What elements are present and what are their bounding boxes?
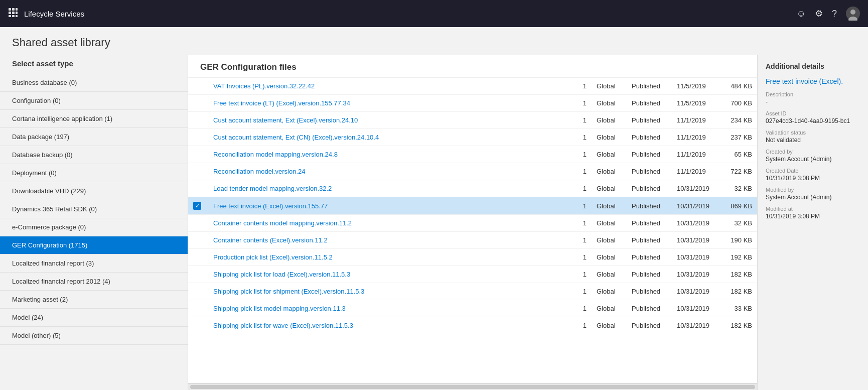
row-name[interactable]: Load tender model mapping.version.32.2 — [206, 180, 576, 197]
row-name[interactable]: Free text invoice (Excel).version.155.77 — [206, 197, 576, 215]
asset-list-item-0[interactable]: Business database (0) — [0, 74, 188, 92]
row-date: 10/31/2019 — [672, 300, 717, 317]
table-row[interactable]: Shipping pick list model mapping.version… — [188, 300, 757, 317]
table-row[interactable]: Load tender model mapping.version.32.21G… — [188, 180, 757, 197]
row-scope: Global — [592, 180, 627, 197]
row-check[interactable] — [188, 300, 206, 317]
bottom-scrollbar[interactable] — [188, 383, 757, 390]
row-name[interactable]: Shipping pick list for load (Excel).vers… — [206, 266, 576, 283]
row-check[interactable] — [188, 78, 206, 95]
asset-list-item-14[interactable]: Model (other) (5) — [0, 327, 188, 345]
center-panel: GER Configuration files VAT Invoices (PL… — [188, 55, 758, 390]
row-check[interactable] — [188, 215, 206, 232]
table-row[interactable]: Reconciliation model mapping.version.24.… — [188, 146, 757, 163]
row-check[interactable] — [188, 112, 206, 129]
table-row[interactable]: Shipping pick list for wave (Excel).vers… — [188, 317, 757, 334]
asset-list-item-10[interactable]: Localized financial report (3) — [0, 254, 188, 273]
row-version: 1 — [576, 266, 592, 283]
row-check[interactable] — [188, 95, 206, 112]
row-name[interactable]: Reconciliation model mapping.version.24.… — [206, 146, 576, 163]
row-version: 1 — [576, 232, 592, 249]
svg-point-10 — [850, 10, 855, 15]
row-check[interactable] — [188, 232, 206, 249]
row-version: 1 — [576, 163, 592, 180]
table-row[interactable]: Free text invoice (LT) (Excel).version.1… — [188, 95, 757, 112]
row-date: 11/1/2019 — [672, 163, 717, 180]
row-name[interactable]: Reconciliation model.version.24 — [206, 163, 576, 180]
asset-list-item-2[interactable]: Cortana intelligence application (1) — [0, 110, 188, 128]
user-avatar[interactable] — [846, 7, 860, 21]
table-row[interactable]: ✓Free text invoice (Excel).version.155.7… — [188, 197, 757, 215]
row-check[interactable] — [188, 249, 206, 266]
asset-list: Business database (0)Configuration (0)Co… — [0, 74, 188, 390]
svg-rect-7 — [12, 15, 15, 17]
row-name[interactable]: Production pick list (Excel).version.11.… — [206, 249, 576, 266]
row-scope: Global — [592, 283, 627, 300]
table-row[interactable]: Container contents model mapping.version… — [188, 215, 757, 232]
row-name[interactable]: Cust account statement, Ext (Excel).vers… — [206, 112, 576, 129]
row-name[interactable]: Free text invoice (LT) (Excel).version.1… — [206, 95, 576, 112]
row-check[interactable] — [188, 146, 206, 163]
table-row[interactable]: Reconciliation model.version.241GlobalPu… — [188, 163, 757, 180]
svg-rect-5 — [16, 12, 18, 14]
row-check[interactable] — [188, 283, 206, 300]
row-check[interactable] — [188, 129, 206, 146]
detail-item-name: Free text invoice (Excel). — [766, 77, 860, 85]
asset-list-item-11[interactable]: Localized financial report 2012 (4) — [0, 273, 188, 291]
row-date: 10/31/2019 — [672, 266, 717, 283]
right-panel-title: Additional details — [766, 62, 860, 70]
asset-list-item-3[interactable]: Data package (197) — [0, 128, 188, 146]
table-row[interactable]: Cust account statement, Ext (CN) (Excel)… — [188, 129, 757, 146]
row-check[interactable] — [188, 266, 206, 283]
row-name[interactable]: VAT Invoices (PL).version.32.22.42 — [206, 78, 576, 95]
row-size: 182 KB — [717, 317, 757, 334]
asset-id-value: 027e4cd3-1d40-4aa0-9195-bc1 — [766, 117, 860, 124]
asset-list-item-7[interactable]: Dynamics 365 Retail SDK (0) — [0, 200, 188, 218]
row-status: Published — [627, 146, 672, 163]
topbar-icons: ☺ ⚙ ? — [797, 7, 860, 21]
row-version: 1 — [576, 95, 592, 112]
asset-list-item-13[interactable]: Model (24) — [0, 309, 188, 327]
row-name[interactable]: Cust account statement, Ext (CN) (Excel)… — [206, 129, 576, 146]
help-icon[interactable]: ? — [832, 9, 837, 19]
row-size: 192 KB — [717, 249, 757, 266]
svg-rect-0 — [9, 8, 11, 11]
row-check[interactable] — [188, 317, 206, 334]
asset-list-item-9[interactable]: GER Configuration (1715) — [0, 236, 188, 254]
table-row[interactable]: VAT Invoices (PL).version.32.22.421Globa… — [188, 78, 757, 95]
table-row[interactable]: Shipping pick list for load (Excel).vers… — [188, 266, 757, 283]
table-container[interactable]: VAT Invoices (PL).version.32.22.421Globa… — [188, 78, 757, 383]
row-version: 1 — [576, 197, 592, 215]
row-name[interactable]: Container contents model mapping.version… — [206, 215, 576, 232]
smiley-icon[interactable]: ☺ — [797, 9, 806, 19]
asset-list-item-12[interactable]: Marketing asset (2) — [0, 291, 188, 309]
row-date: 10/31/2019 — [672, 317, 717, 334]
asset-list-item-4[interactable]: Database backup (0) — [0, 146, 188, 164]
row-check[interactable] — [188, 163, 206, 180]
row-check[interactable] — [188, 180, 206, 197]
table-row[interactable]: Shipping pick list for shipment (Excel).… — [188, 283, 757, 300]
row-name[interactable]: Container contents (Excel).version.11.2 — [206, 232, 576, 249]
gear-icon[interactable]: ⚙ — [815, 8, 823, 19]
grid-icon[interactable] — [8, 8, 18, 20]
row-scope: Global — [592, 317, 627, 334]
svg-rect-4 — [12, 12, 15, 14]
asset-list-item-8[interactable]: e-Commerce package (0) — [0, 218, 188, 236]
table-row[interactable]: Cust account statement, Ext (Excel).vers… — [188, 112, 757, 129]
table-row[interactable]: Container contents (Excel).version.11.21… — [188, 232, 757, 249]
row-name[interactable]: Shipping pick list model mapping.version… — [206, 300, 576, 317]
row-status: Published — [627, 232, 672, 249]
row-name[interactable]: Shipping pick list for wave (Excel).vers… — [206, 317, 576, 334]
row-scope: Global — [592, 249, 627, 266]
asset-list-item-6[interactable]: Downloadable VHD (229) — [0, 182, 188, 200]
page-title: Shared asset library — [0, 27, 868, 55]
main-area: Shared asset library Select asset type B… — [0, 27, 868, 390]
row-check[interactable]: ✓ — [188, 197, 206, 215]
row-date: 11/5/2019 — [672, 95, 717, 112]
asset-list-item-5[interactable]: Deployment (0) — [0, 164, 188, 182]
row-size: 190 KB — [717, 232, 757, 249]
row-name[interactable]: Shipping pick list for shipment (Excel).… — [206, 283, 576, 300]
table-row[interactable]: Production pick list (Excel).version.11.… — [188, 249, 757, 266]
asset-list-item-1[interactable]: Configuration (0) — [0, 92, 188, 110]
scroll-track[interactable] — [190, 385, 755, 389]
